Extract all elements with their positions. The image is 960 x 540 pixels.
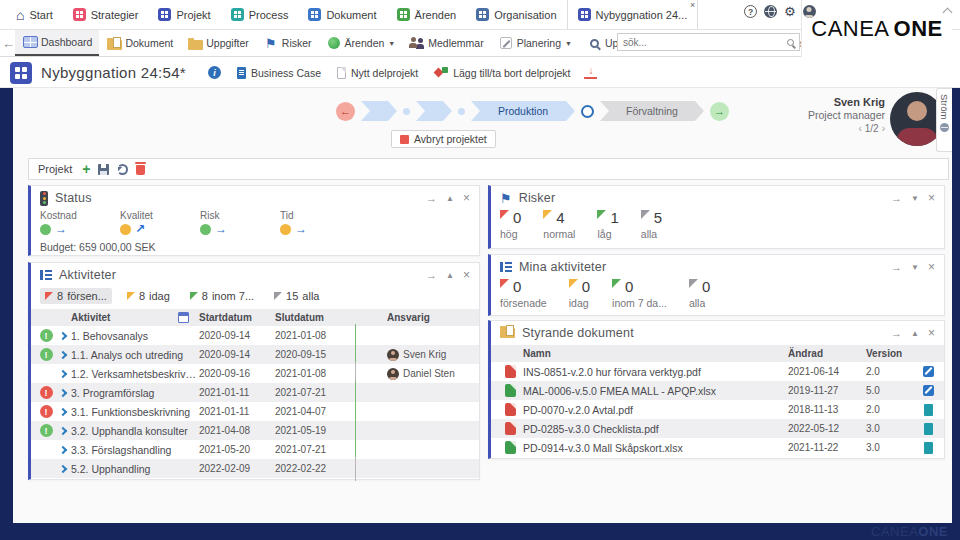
col-start[interactable]: Startdatum (199, 312, 275, 323)
strom-side-tab[interactable]: Ström (936, 88, 952, 152)
tab-organisation[interactable]: Organisation (466, 0, 566, 29)
ribbon-item-dashboard[interactable]: Dashboard (15, 30, 99, 56)
close-panel-icon[interactable]: × (928, 191, 935, 205)
document-row[interactable]: INS-0851-v.2.0 hur förvara verktyg.pdf 2… (491, 362, 944, 381)
expand-chevron-icon[interactable] (59, 445, 67, 453)
ribbon-item-dokument[interactable]: Dokument (99, 30, 180, 56)
close-panel-icon[interactable]: × (928, 326, 935, 340)
phase-chevron-1[interactable] (361, 101, 397, 121)
col-name[interactable]: Namn (523, 348, 788, 359)
ribbon-item-uppgifter[interactable]: Uppgifter (180, 30, 256, 56)
col-owner[interactable]: Ansvarig (387, 312, 475, 323)
document-row[interactable]: MAL-0006-v.5.0 FMEA MALL - APQP.xlsx 201… (491, 381, 944, 400)
search-input[interactable] (623, 37, 787, 48)
close-panel-icon[interactable]: × (928, 260, 935, 274)
info-icon[interactable]: i (208, 66, 221, 79)
expand-chevron-icon[interactable] (59, 464, 67, 472)
risk-stat-lag[interactable]: 1 låg (597, 210, 618, 240)
my-stat-forsenade[interactable]: 0 försenade (500, 279, 547, 309)
view-document-icon[interactable] (924, 423, 933, 435)
col-modified[interactable]: Ändrad (788, 348, 866, 359)
tab-process[interactable]: Process (221, 0, 299, 29)
col-version[interactable]: Version (866, 348, 916, 359)
collapse-icon[interactable]: ▼ (911, 194, 919, 203)
add-remove-subproject-button[interactable]: Lägg till/ta bort delprojekt (434, 66, 570, 79)
col-end[interactable]: Slutdatum (275, 312, 355, 323)
popout-icon[interactable]: → (426, 269, 437, 281)
phase-forvaltning[interactable]: Förvaltning (600, 101, 704, 121)
globe-icon[interactable] (764, 5, 777, 18)
ribbon-item-medlemmar[interactable]: Medlemmar (402, 30, 490, 56)
user-avatar-icon[interactable] (803, 5, 816, 18)
phase-chevron-2[interactable] (416, 101, 452, 121)
close-panel-icon[interactable]: × (463, 191, 470, 205)
risk-stat-normal[interactable]: 4 normal (543, 210, 575, 240)
edit-document-icon[interactable] (923, 385, 934, 396)
popout-icon[interactable]: → (891, 261, 902, 273)
save-icon[interactable] (98, 164, 109, 175)
pager-next-icon[interactable]: › (882, 123, 885, 134)
back-icon[interactable]: ← (2, 30, 15, 56)
delete-icon[interactable] (136, 165, 145, 175)
tab-start[interactable]: ⌂ Start (6, 0, 63, 29)
add-icon[interactable]: + (82, 162, 90, 176)
activity-row[interactable]: 3.3. Förslagshandling 2021-05-20 2021-07… (31, 440, 479, 459)
popout-icon[interactable]: → (891, 192, 902, 204)
my-stat-inom7[interactable]: 0 inom 7 da... (612, 279, 667, 309)
filter-today[interactable]: 8idag (122, 288, 175, 304)
filter-within-7[interactable]: 8inom 7... (185, 288, 259, 304)
phase-forward-button[interactable]: → (710, 102, 729, 121)
activity-row[interactable]: ! 3. Programförslag 2021-01-11 2021-07-2… (31, 383, 479, 402)
gear-icon[interactable]: ⚙ (784, 5, 796, 18)
activity-row[interactable]: 1.2. Verksamhetsbeskrivning 2020-09-16 2… (31, 364, 479, 383)
collapse-icon[interactable]: ▼ (911, 263, 919, 272)
risk-stat-hog[interactable]: 0 hög (500, 210, 521, 240)
my-stat-alla[interactable]: 0 alla (689, 279, 710, 309)
activity-row[interactable]: ! 3.2. Upphandla konsulter 2021-04-08 20… (31, 421, 479, 440)
expand-chevron-icon[interactable] (59, 426, 67, 434)
help-icon[interactable]: ? (744, 5, 757, 18)
tab-projekt[interactable]: Projekt (148, 0, 220, 29)
col-activity[interactable]: Aktivitet (71, 312, 110, 323)
ribbon-item-risker[interactable]: ⚑ Risker (256, 30, 319, 56)
activity-row[interactable]: ! 3.1. Funktionsbeskrivning 2021-01-11 2… (31, 402, 479, 421)
document-row[interactable]: PD-0285-v.3.0 Checklista.pdf 2022-05-12 … (491, 419, 944, 438)
close-tab-icon[interactable]: × (690, 1, 695, 10)
expand-chevron-icon[interactable] (59, 369, 67, 377)
activity-row[interactable]: ! 1.1. Analys och utreding 2020-09-14 20… (31, 345, 479, 364)
new-subproject-button[interactable]: Nytt delprojekt (337, 67, 418, 79)
ribbon-item-arenden[interactable]: Ärenden ▼ (319, 30, 403, 56)
collapse-icon[interactable]: ▲ (446, 271, 454, 280)
tab-nybyggnation-active[interactable]: Nybyggnation 24... × (567, 0, 699, 29)
collapse-icon[interactable]: ▲ (446, 194, 454, 203)
close-panel-icon[interactable]: × (463, 268, 470, 282)
tab-arenden[interactable]: Ärenden (387, 0, 467, 29)
business-case-button[interactable]: Business Case (237, 67, 321, 79)
refresh-icon[interactable] (117, 164, 128, 175)
search-icon[interactable] (787, 39, 794, 46)
popout-icon[interactable]: → (426, 192, 437, 204)
risk-stat-alla[interactable]: 5 alla (641, 210, 662, 240)
filter-delayed[interactable]: 8försen... (40, 288, 112, 304)
view-document-icon[interactable] (924, 404, 933, 416)
popout-icon[interactable]: → (891, 327, 902, 339)
expand-chevron-icon[interactable] (59, 331, 67, 339)
expand-chevron-icon[interactable] (59, 388, 67, 396)
pager-prev-icon[interactable]: ‹ (858, 123, 861, 134)
expand-chevron-icon[interactable] (59, 350, 67, 358)
tab-strategier[interactable]: Strategier (63, 0, 149, 29)
cancel-project-button[interactable]: Avbryt projektet (391, 130, 496, 148)
activity-row[interactable]: ! 1. Behovsanalys 2020-09-14 2021-01-08 (31, 326, 479, 345)
view-document-icon[interactable] (924, 442, 933, 454)
edit-document-icon[interactable] (923, 366, 934, 377)
tab-dokument[interactable]: Dokument (298, 0, 386, 29)
calendar-icon[interactable] (178, 312, 189, 323)
collapse-icon[interactable]: ▲ (911, 329, 919, 338)
import-export-icon[interactable]: ↓ (584, 66, 597, 79)
phase-back-button[interactable]: ← (336, 102, 355, 121)
my-stat-idag[interactable]: 0 idag (569, 279, 590, 309)
document-row[interactable]: PD-0914-v.3.0 Mall Skåpskort.xlsx 2021-1… (491, 438, 944, 457)
filter-all[interactable]: 15alla (269, 288, 324, 304)
expand-chevron-icon[interactable] (59, 407, 67, 415)
activity-row[interactable]: 5.2. Upphandling 2022-02-09 2022-02-22 (31, 459, 479, 478)
